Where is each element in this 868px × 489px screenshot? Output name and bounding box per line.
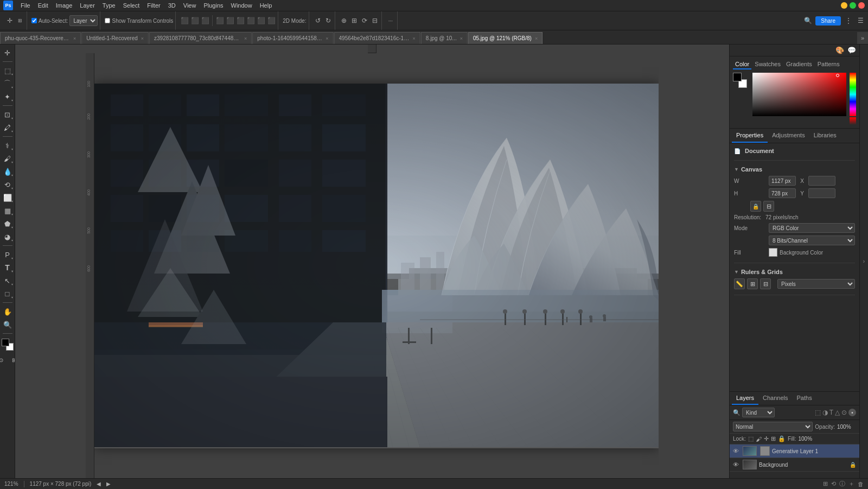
constrain-proportions-btn[interactable]: 🔒 <box>750 201 761 212</box>
tab-49564[interactable]: 49564be2e87d1823416c-16121129280.jpg × <box>334 32 420 44</box>
swatches-tab[interactable]: Swatches <box>752 60 783 69</box>
tab-close-8jpg[interactable]: × <box>460 36 463 41</box>
tab-close-phu-quoc[interactable]: × <box>73 36 76 41</box>
crop-tool[interactable]: ⊡▾ <box>2 109 14 120</box>
tab-close-untitled[interactable]: × <box>141 36 144 41</box>
redo-icon[interactable]: ↻ <box>324 16 333 25</box>
smart-object-icon[interactable]: ⊙ <box>841 409 847 416</box>
bit-depth-select[interactable]: 8 Bits/Channel <box>769 236 855 245</box>
menu-plugins[interactable]: Plugins <box>203 2 223 9</box>
menu-help[interactable]: Help <box>260 2 272 9</box>
magic-wand-tool[interactable]: ✦▾ <box>2 91 14 103</box>
rotate-icon[interactable]: ⟳ <box>360 16 369 25</box>
status-history-icon[interactable]: ⟲ <box>831 480 836 487</box>
menu-filter[interactable]: Filter <box>147 2 160 9</box>
move-tool-icon[interactable]: ✛ <box>5 16 14 25</box>
grid-btn[interactable]: ⊞ <box>747 278 758 289</box>
hue-slider[interactable] <box>850 73 856 116</box>
align-top-icon[interactable]: ⬛ <box>215 16 224 25</box>
path-selection-tool[interactable]: ↖▾ <box>2 275 14 287</box>
tab-paths[interactable]: Paths <box>793 392 816 405</box>
menu-window[interactable]: Window <box>231 2 252 9</box>
foreground-color-swatch[interactable] <box>2 339 9 346</box>
quick-mask-icon[interactable]: ⊙ <box>0 354 7 366</box>
color-mode-select[interactable]: RGB Color <box>769 223 855 233</box>
status-info-icon[interactable]: ⓘ <box>839 480 845 488</box>
auto-select-checkbox[interactable] <box>31 18 37 23</box>
guides-btn[interactable]: ⊟ <box>760 278 771 289</box>
alpha-slider[interactable] <box>850 117 856 125</box>
brush-tool[interactable]: 🖌▾ <box>2 153 14 164</box>
share-arrange-icon[interactable]: ⊟ <box>371 16 379 25</box>
healing-brush-tool[interactable]: ⚕▾ <box>2 139 14 151</box>
menu-edit[interactable]: Edit <box>38 2 48 9</box>
tab-8jpg[interactable]: 8.jpg @ 10... × <box>421 32 468 44</box>
close-button[interactable] <box>858 2 865 9</box>
eyedropper-tool[interactable]: 🖍▾ <box>2 122 14 134</box>
panel-toggle-icon[interactable]: ☰ <box>856 16 865 25</box>
resize-canvas-btn[interactable]: ⊟ <box>763 201 774 212</box>
lock-all-icon[interactable]: 🔒 <box>778 435 786 442</box>
more-icon[interactable]: ⋮ <box>844 16 853 25</box>
minimize-button[interactable] <box>841 2 847 9</box>
menu-file[interactable]: File <box>21 2 30 9</box>
status-arrange-icon[interactable]: ⊞ <box>823 480 828 487</box>
pixel-layer-icon[interactable]: ⬚ <box>815 409 821 416</box>
panel-collapse-button[interactable]: › <box>859 45 868 478</box>
nav-next[interactable]: ▶ <box>106 481 111 487</box>
align-left-icon[interactable]: ⬛ <box>180 16 189 25</box>
type-tool[interactable]: T▾ <box>2 262 14 274</box>
fill-preview[interactable] <box>769 248 777 257</box>
align-middle-icon[interactable]: ⬛ <box>226 16 234 25</box>
screen-mode-icon[interactable]: ⊞ <box>8 354 16 366</box>
panel-color-icon[interactable]: 🎨 <box>835 46 844 54</box>
layer-filter-active[interactable]: • <box>848 409 856 416</box>
tab-05jpg[interactable]: 05.jpg @ 121% (RGB/8) × <box>468 32 542 44</box>
tab-phu-quoc[interactable]: phu-quoc-435-Recovered.jpg × <box>0 32 81 44</box>
gradients-tab[interactable]: Gradients <box>784 60 814 69</box>
menu-image[interactable]: Image <box>56 2 73 9</box>
menu-layer[interactable]: Layer <box>80 2 95 9</box>
layer-item-background[interactable]: 👁 Background 🔒 <box>730 458 859 472</box>
search-layers-icon[interactable]: 🔍 <box>733 409 741 416</box>
tab-close-49564[interactable]: × <box>413 36 416 41</box>
fg-color-chip[interactable] <box>733 73 742 81</box>
lasso-tool[interactable]: ⌒▾ <box>2 78 14 90</box>
shape-layer-icon[interactable]: △ <box>835 409 840 416</box>
menu-type[interactable]: Type <box>103 2 116 9</box>
tab-z3928[interactable]: z3928108777780_73c80df474489be28bf638033… <box>149 32 252 44</box>
color-tab[interactable]: Color <box>733 60 751 69</box>
gradient-tool[interactable]: ▦▾ <box>2 205 14 217</box>
menu-view[interactable]: View <box>183 2 196 9</box>
layer-item-generative[interactable]: 👁 Generative Layer 1 <box>730 444 859 458</box>
pen-tool[interactable]: P▾ <box>2 249 14 261</box>
tab-untitled[interactable]: Untitled-1-Recovered × <box>81 32 149 44</box>
tab-close-photo1[interactable]: × <box>326 36 328 41</box>
extras-icon[interactable]: ⊕ <box>340 16 348 25</box>
height-input[interactable] <box>769 188 796 198</box>
tab-libraries[interactable]: Libraries <box>809 129 841 143</box>
distribute2-icon[interactable]: ⬛ <box>257 16 265 25</box>
artboard-icon[interactable]: ⊞ <box>16 16 24 25</box>
dodge-tool[interactable]: ◕▾ <box>2 231 14 243</box>
menu-select[interactable]: Select <box>123 2 140 9</box>
layer-eye-generative[interactable]: 👁 <box>733 448 741 454</box>
undo-icon[interactable]: ↺ <box>314 16 322 25</box>
lock-image-icon[interactable]: 🖌 <box>756 436 762 442</box>
lock-position-icon[interactable]: ✛ <box>764 435 769 442</box>
adjustment-layer-icon[interactable]: ◑ <box>822 409 828 416</box>
status-delete-icon[interactable]: 🗑 <box>858 481 864 487</box>
menu-3d[interactable]: 3D <box>168 2 176 9</box>
transform-checkbox[interactable] <box>105 18 110 23</box>
history-brush-tool[interactable]: ⟲▾ <box>2 179 14 190</box>
eraser-tool[interactable]: ⬜▾ <box>2 192 14 204</box>
share-button[interactable]: Share <box>815 16 841 26</box>
type-layer-icon[interactable]: T <box>829 409 833 416</box>
layer-kind-select[interactable]: Kind <box>742 408 775 417</box>
patterns-tab[interactable]: Patterns <box>815 60 842 69</box>
lock-pixels-icon[interactable]: ⬚ <box>748 435 754 442</box>
tabs-overflow-button[interactable]: » <box>857 32 868 44</box>
y-input[interactable] <box>808 188 835 198</box>
tab-close-z3928[interactable]: × <box>244 36 247 41</box>
align-center-icon[interactable]: ⬛ <box>190 16 199 25</box>
